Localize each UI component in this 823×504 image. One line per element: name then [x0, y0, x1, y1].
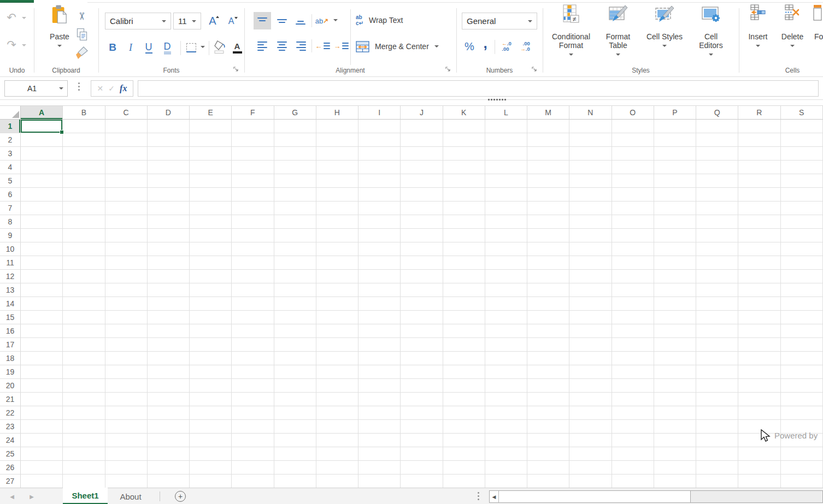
cell-R17[interactable] [738, 338, 780, 352]
cell-C22[interactable] [105, 406, 148, 420]
cell-K11[interactable] [443, 256, 485, 270]
insert-function-icon[interactable]: fx [120, 84, 127, 93]
cell-R3[interactable] [738, 147, 780, 161]
cell-K7[interactable] [443, 201, 485, 215]
cell-O22[interactable] [612, 406, 654, 420]
column-header-D[interactable]: D [148, 106, 190, 120]
cell-N16[interactable] [569, 324, 612, 338]
cell-F27[interactable] [232, 475, 274, 488]
borders-dropdown-caret[interactable] [201, 46, 205, 48]
cell-H7[interactable] [316, 201, 358, 215]
cell-R11[interactable] [738, 256, 780, 270]
cell-D8[interactable] [148, 215, 190, 229]
cell-D23[interactable] [148, 420, 190, 434]
cell-S21[interactable] [781, 393, 823, 406]
cell-F22[interactable] [232, 406, 274, 420]
column-header-A[interactable]: A [21, 106, 63, 120]
cell-styles-button[interactable]: Cell Styles [642, 4, 687, 47]
cell-L3[interactable] [485, 147, 527, 161]
cell-H18[interactable] [316, 352, 358, 365]
cell-B7[interactable] [63, 201, 105, 215]
cell-N5[interactable] [569, 174, 612, 188]
cell-F23[interactable] [232, 420, 274, 434]
cell-B15[interactable] [63, 311, 105, 324]
cell-C16[interactable] [105, 324, 148, 338]
row-header-16[interactable]: 16 [0, 324, 21, 338]
cell-S3[interactable] [781, 147, 823, 161]
cell-I23[interactable] [358, 420, 401, 434]
cell-C27[interactable] [105, 475, 148, 488]
cell-J13[interactable] [401, 283, 443, 297]
cell-C24[interactable] [105, 434, 148, 447]
cell-D14[interactable] [148, 297, 190, 311]
merge-dropdown-caret[interactable] [434, 45, 439, 48]
cell-G27[interactable] [274, 475, 316, 488]
number-format-combobox[interactable]: General [462, 13, 537, 29]
cell-P5[interactable] [654, 174, 696, 188]
cell-B9[interactable] [63, 229, 105, 242]
cell-E19[interactable] [190, 365, 232, 379]
row-header-19[interactable]: 19 [0, 365, 21, 379]
cell-H2[interactable] [316, 133, 358, 147]
cell-D11[interactable] [148, 256, 190, 270]
cell-K10[interactable] [443, 242, 485, 256]
cell-O9[interactable] [612, 229, 654, 242]
align-left-button[interactable] [254, 37, 271, 55]
cell-G1[interactable] [274, 120, 316, 133]
cell-D26[interactable] [148, 461, 190, 475]
cell-Q16[interactable] [696, 324, 738, 338]
cell-F6[interactable] [232, 188, 274, 201]
cell-L17[interactable] [485, 338, 527, 352]
column-header-Q[interactable]: Q [696, 106, 738, 120]
cell-G7[interactable] [274, 201, 316, 215]
cell-K26[interactable] [443, 461, 485, 475]
cell-B8[interactable] [63, 215, 105, 229]
cell-L24[interactable] [485, 434, 527, 447]
cell-Q18[interactable] [696, 352, 738, 365]
cell-J22[interactable] [401, 406, 443, 420]
cell-B21[interactable] [63, 393, 105, 406]
cell-S6[interactable] [781, 188, 823, 201]
column-header-C[interactable]: C [105, 106, 148, 120]
cell-I14[interactable] [358, 297, 401, 311]
cell-H17[interactable] [316, 338, 358, 352]
cell-N15[interactable] [569, 311, 612, 324]
cell-N3[interactable] [569, 147, 612, 161]
cell-K17[interactable] [443, 338, 485, 352]
cell-I10[interactable] [358, 242, 401, 256]
cell-H4[interactable] [316, 161, 358, 174]
cell-G25[interactable] [274, 447, 316, 461]
cell-H11[interactable] [316, 256, 358, 270]
cell-P25[interactable] [654, 447, 696, 461]
cell-C8[interactable] [105, 215, 148, 229]
cell-L11[interactable] [485, 256, 527, 270]
cell-A12[interactable] [21, 270, 63, 283]
cell-O13[interactable] [612, 283, 654, 297]
paste-button[interactable]: Paste [42, 4, 78, 47]
cell-J20[interactable] [401, 379, 443, 393]
cancel-entry-icon[interactable]: ✕ [97, 84, 104, 93]
cell-J9[interactable] [401, 229, 443, 242]
cell-B2[interactable] [63, 133, 105, 147]
font-color-button[interactable]: A [230, 39, 245, 56]
cell-S7[interactable] [781, 201, 823, 215]
cell-N14[interactable] [569, 297, 612, 311]
cell-Q17[interactable] [696, 338, 738, 352]
cell-J15[interactable] [401, 311, 443, 324]
row-header-13[interactable]: 13 [0, 283, 21, 297]
cell-R8[interactable] [738, 215, 780, 229]
cell-I7[interactable] [358, 201, 401, 215]
cell-S17[interactable] [781, 338, 823, 352]
cell-P18[interactable] [654, 352, 696, 365]
cell-M13[interactable] [527, 283, 569, 297]
cell-L23[interactable] [485, 420, 527, 434]
cell-F10[interactable] [232, 242, 274, 256]
decrease-decimal-button[interactable]: ←.0 .00 [498, 38, 515, 55]
cell-F5[interactable] [232, 174, 274, 188]
cell-K19[interactable] [443, 365, 485, 379]
cell-P22[interactable] [654, 406, 696, 420]
cell-I15[interactable] [358, 311, 401, 324]
cell-D2[interactable] [148, 133, 190, 147]
cell-I24[interactable] [358, 434, 401, 447]
cell-O3[interactable] [612, 147, 654, 161]
